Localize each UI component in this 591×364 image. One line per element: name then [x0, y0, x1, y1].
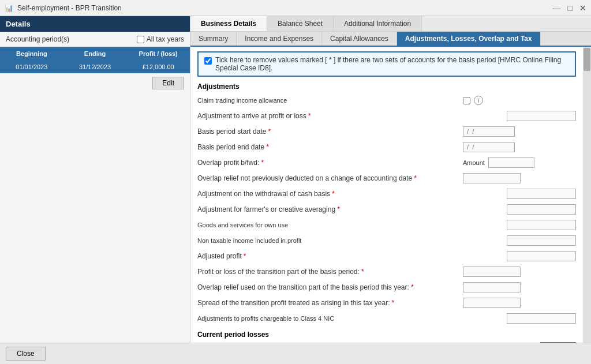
row-profit: £12,000.00 — [126, 62, 190, 72]
form-row-transition-overlap: Overlap relief used on the transition pa… — [197, 281, 576, 294]
input-spread-transition[interactable] — [463, 298, 521, 308]
window-title: Self-employment - BPR Transition — [17, 4, 553, 12]
row-beginning: 01/01/2023 — [0, 62, 63, 72]
form-row-cash-basis: Adjustment on the withdrawal of cash bas… — [197, 187, 576, 200]
subtab-capital-allowances[interactable]: Capital Allowances — [322, 32, 397, 46]
label-goods: Goods and services for own use — [197, 222, 463, 228]
info-box-text: Tick here to remove values marked [ * ] … — [215, 56, 569, 72]
form-row-adjustment: Adjustment to arrive at profit or loss * — [197, 110, 576, 122]
col-beginning: Beginning — [0, 49, 63, 58]
close-window-button[interactable]: ✕ — [579, 3, 586, 13]
left-panel: Details Accounting period(s) All tax yea… — [0, 16, 190, 343]
claim-trading-checkbox[interactable] — [463, 97, 470, 104]
input-end-date[interactable] — [463, 142, 515, 152]
window-controls: — □ ✕ — [553, 3, 586, 13]
sub-tabs: Summary Income and Expenses Capital Allo… — [190, 32, 591, 47]
label-adjusted-profit: Adjusted profit * — [197, 252, 463, 260]
form-row-spread-transition: Spread of the transition profit treated … — [197, 297, 576, 309]
form-row-overlap-relief: Overlap relief not previously deducted o… — [197, 172, 576, 185]
label-cash-basis: Adjustment on the withdrawal of cash bas… — [197, 190, 463, 198]
form-row-start-date: Basis period start date * — [197, 125, 576, 138]
overlap-profit-group: Amount — [463, 157, 534, 168]
input-goods[interactable] — [507, 220, 576, 230]
bottom-bar: Close — [0, 343, 591, 364]
all-tax-years: All tax years — [137, 35, 184, 43]
row-ending: 31/12/2023 — [63, 62, 127, 72]
input-adjustment[interactable] — [507, 111, 576, 121]
info-box-checkbox[interactable] — [204, 57, 212, 65]
edit-btn-row: Edit — [0, 73, 190, 93]
minimize-button[interactable]: — — [553, 3, 561, 13]
tab-balance-sheet[interactable]: Balance Sheet — [267, 16, 334, 31]
col-ending: Ending — [63, 49, 127, 58]
input-overlap-profit[interactable] — [488, 157, 534, 168]
claim-trading-controls: i — [463, 96, 483, 105]
form-row-farmers: Adjustment for farmer's or creative aver… — [197, 203, 576, 216]
tab-additional-information[interactable]: Additional Information — [334, 16, 422, 31]
amount-label: Amount — [463, 159, 485, 166]
label-overlap-profit: Overlap profit b/fwd: * — [197, 159, 463, 167]
info-icon-claim[interactable]: i — [474, 96, 483, 105]
current-period-losses-title: Current period losses — [197, 331, 576, 339]
label-start-date: Basis period start date * — [197, 127, 463, 136]
label-overlap-relief: Overlap relief not previously deducted o… — [197, 174, 463, 182]
subtab-adjustments[interactable]: Adjustments, Losses, Overlap and Tax — [397, 32, 541, 46]
form-row-end-date: Basis period end date * — [197, 141, 576, 153]
accounting-period-label: Accounting period(s) — [6, 35, 69, 43]
form-row-non-taxable: Non taxable income included in profit — [197, 234, 576, 247]
all-tax-years-checkbox[interactable] — [137, 36, 144, 43]
table-header: Beginning Ending Profit / (loss) — [0, 47, 190, 61]
label-class4: Adjustments to profits chargeable to Cla… — [197, 315, 463, 322]
left-panel-header: Details — [0, 16, 190, 32]
form-row-class4: Adjustments to profits chargeable to Cla… — [197, 312, 576, 325]
tab-business-details[interactable]: Business Details — [190, 16, 267, 31]
label-end-date: Basis period end date * — [197, 143, 463, 151]
input-cash-basis[interactable] — [507, 189, 576, 199]
scrollbar-thumb — [583, 48, 590, 71]
label-transition-overlap: Overlap relief used on the transition pa… — [197, 283, 463, 291]
app-icon: 📊 — [5, 3, 14, 13]
table-row[interactable]: 01/01/2023 31/12/2023 £12,000.00 — [0, 61, 190, 73]
label-claim-trading: Claim trading income allowance — [197, 97, 463, 104]
input-non-taxable[interactable] — [507, 235, 576, 246]
form-row-goods: Goods and services for own use — [197, 219, 576, 231]
top-tabs: Business Details Balance Sheet Additiona… — [190, 16, 591, 32]
scrollbar[interactable] — [583, 47, 591, 343]
form-row-overlap-profit: Overlap profit b/fwd: * Amount — [197, 156, 576, 169]
label-farmers: Adjustment for farmer's or creative aver… — [197, 205, 463, 213]
input-transition-overlap[interactable] — [463, 282, 521, 292]
main-content: Details Accounting period(s) All tax yea… — [0, 16, 591, 343]
subtab-income-expenses[interactable]: Income and Expenses — [237, 32, 322, 46]
input-adjusted-profit[interactable] — [507, 251, 576, 261]
title-bar: 📊 Self-employment - BPR Transition — □ ✕ — [0, 0, 591, 16]
label-transition-profit: Profit or loss of the transition part of… — [197, 268, 463, 276]
input-start-date[interactable] — [463, 126, 515, 137]
maximize-button[interactable]: □ — [568, 3, 573, 13]
form-row-adjusted-profit: Adjusted profit * — [197, 250, 576, 262]
label-non-taxable: Non taxable income included in profit — [197, 237, 463, 244]
info-box: Tick here to remove values marked [ * ] … — [197, 51, 576, 77]
label-adjustment: Adjustment to arrive at profit or loss * — [197, 112, 463, 120]
edit-button[interactable]: Edit — [152, 77, 184, 89]
right-panel: Business Details Balance Sheet Additiona… — [190, 16, 591, 343]
input-farmers[interactable] — [507, 204, 576, 215]
input-transition-profit[interactable] — [463, 267, 521, 277]
close-button[interactable]: Close — [6, 347, 46, 361]
label-spread-transition: Spread of the transition profit treated … — [197, 299, 463, 307]
adjustments-title: Adjustments — [197, 82, 576, 91]
all-tax-years-label: All tax years — [147, 35, 184, 43]
input-overlap-relief[interactable] — [463, 173, 521, 183]
accounting-period-row: Accounting period(s) All tax years — [0, 32, 190, 47]
form-row-claim-trading: Claim trading income allowance i — [197, 94, 576, 107]
form-row-transition-profit: Profit or loss of the transition part of… — [197, 265, 576, 278]
input-class4[interactable] — [507, 313, 576, 324]
form-area: Tick here to remove values marked [ * ] … — [190, 47, 583, 343]
col-profit: Profit / (loss) — [126, 49, 190, 58]
subtab-summary[interactable]: Summary — [190, 32, 237, 46]
